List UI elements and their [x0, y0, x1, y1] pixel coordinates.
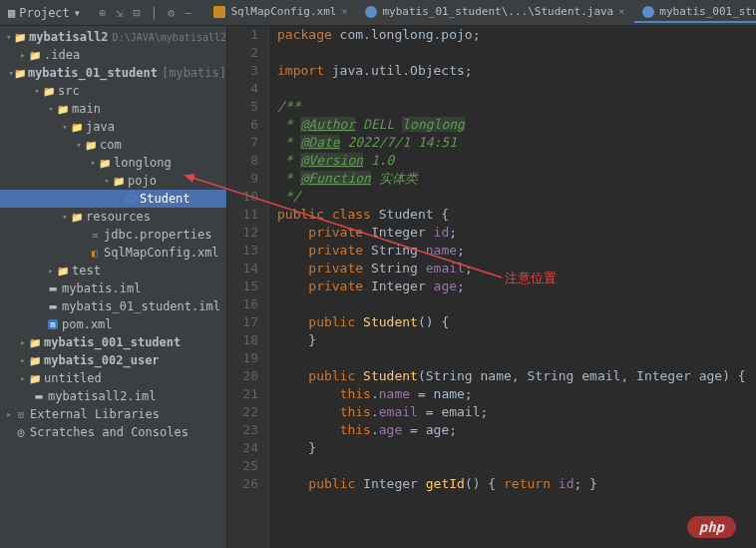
- iml-icon: ▬: [46, 299, 60, 313]
- tree-item-java[interactable]: ▾ java: [0, 118, 226, 136]
- code-line[interactable]: private String name;: [277, 242, 756, 260]
- code-line[interactable]: private Integer age;: [277, 277, 756, 295]
- folder-icon: [56, 104, 70, 115]
- line-number: 9: [227, 170, 258, 188]
- maven-icon: [46, 319, 60, 329]
- code-line[interactable]: private Integer id;: [277, 224, 756, 242]
- code-line[interactable]: [277, 295, 756, 313]
- project-toolbar: ⊕ ⇲ ⊟ | ⚙ —: [89, 6, 201, 20]
- code-line[interactable]: }: [277, 439, 756, 457]
- line-number: 17: [227, 313, 258, 331]
- project-icon: ▦: [8, 6, 15, 20]
- folder-icon: [14, 68, 26, 79]
- tree-item-jdbc[interactable]: jdbc.properties: [0, 226, 226, 244]
- code-line[interactable]: public Integer getId() { return id; }: [277, 475, 756, 493]
- tree-item-pojo[interactable]: ▾ pojo: [0, 172, 226, 190]
- code-line[interactable]: [277, 457, 756, 475]
- xml-icon: [88, 248, 102, 259]
- folder-icon: [28, 50, 42, 61]
- tree-item-idea[interactable]: ▸ .idea: [0, 46, 226, 64]
- code-line[interactable]: [277, 80, 756, 98]
- tree-item-test[interactable]: ▸ test: [0, 262, 226, 279]
- folder-icon: [28, 355, 42, 366]
- line-number: 18: [227, 331, 258, 349]
- tree-item-untitled[interactable]: ▸ untitled: [0, 369, 226, 387]
- code-line[interactable]: this.age = age;: [277, 421, 756, 439]
- project-selector[interactable]: ▦ Project ▾: [0, 6, 89, 20]
- code-line[interactable]: * @Function 实体类: [277, 170, 756, 188]
- resources-folder-icon: [70, 212, 84, 223]
- code-line[interactable]: [277, 349, 756, 367]
- library-icon: [14, 409, 28, 420]
- line-number: 10: [227, 188, 258, 206]
- collapse-icon[interactable]: ⊟: [134, 6, 141, 20]
- editor-tab[interactable]: mybatis_001_student\...\Student.java×: [634, 2, 756, 23]
- tree-item-mybatisall2-iml[interactable]: ▬ mybatisall2.iml: [0, 387, 226, 405]
- tree-item-mybatis001[interactable]: ▸ mybatis_001_student: [0, 333, 226, 351]
- code-line[interactable]: * @Version 1.0: [277, 152, 756, 170]
- code-line[interactable]: * @Author DELL longlong: [277, 116, 756, 134]
- tree-item-mybatis01[interactable]: ▾ mybatis_01_student [mybatis]: [0, 64, 226, 82]
- tree-item-src[interactable]: ▾ src: [0, 82, 226, 100]
- tree-item-student[interactable]: Student: [0, 190, 226, 208]
- tree-item-resources[interactable]: ▾ resources: [0, 208, 226, 226]
- line-number: 5: [227, 98, 258, 116]
- main-area: ▾ mybatisall2 D:\JAVA\mybatisall2 ▸ .ide…: [0, 26, 756, 548]
- line-number: 22: [227, 403, 258, 421]
- java-file-icon: [642, 6, 654, 18]
- chevron-down-icon: ▾: [74, 6, 81, 20]
- tree-item-external-libraries[interactable]: ▸ External Libraries: [0, 405, 226, 423]
- code-line[interactable]: import java.util.Objects;: [277, 62, 756, 80]
- tree-item-mybatis-iml[interactable]: ▬ mybatis.iml: [0, 279, 226, 297]
- line-number: 19: [227, 349, 258, 367]
- tree-item-com[interactable]: ▾ com: [0, 136, 226, 154]
- tree-root[interactable]: ▾ mybatisall2 D:\JAVA\mybatisall2: [0, 28, 226, 46]
- tab-label: mybatis_001_student\...\Student.java: [659, 5, 756, 18]
- code-line[interactable]: this.name = name;: [277, 385, 756, 403]
- code-body[interactable]: package com.longlong.pojo;import java.ut…: [269, 26, 756, 548]
- code-line[interactable]: private String email;: [277, 260, 756, 277]
- watermark-badge: php: [687, 516, 736, 538]
- tree-item-sqlmap[interactable]: SqlMapConfig.xml: [0, 244, 226, 262]
- tree-item-pom[interactable]: pom.xml: [0, 315, 226, 333]
- code-line[interactable]: */: [277, 188, 756, 206]
- line-number: 3: [227, 62, 258, 80]
- line-gutter: 1234567891011121314151617181920212223242…: [227, 26, 269, 548]
- code-line[interactable]: [277, 44, 756, 62]
- divider: |: [151, 6, 158, 20]
- line-number: 20: [227, 367, 258, 385]
- expand-icon[interactable]: ⇲: [116, 6, 123, 20]
- select-file-icon[interactable]: ⊕: [99, 6, 106, 20]
- line-number: 4: [227, 80, 258, 98]
- top-bar: ▦ Project ▾ ⊕ ⇲ ⊟ | ⚙ — SqlMapConfig.xml…: [0, 0, 756, 26]
- folder-icon: [56, 266, 70, 276]
- tree-item-scratches[interactable]: ◎ Scratches and Consoles: [0, 423, 226, 441]
- code-line[interactable]: public Student() {: [277, 313, 756, 331]
- code-editor[interactable]: 1234567891011121314151617181920212223242…: [227, 26, 756, 548]
- line-number: 8: [227, 152, 258, 170]
- tree-item-longlong[interactable]: ▾ longlong: [0, 154, 226, 172]
- line-number: 21: [227, 385, 258, 403]
- iml-icon: ▬: [46, 281, 60, 295]
- code-line[interactable]: package com.longlong.pojo;: [277, 26, 756, 44]
- editor-tabs: SqlMapConfig.xml×mybatis_01_student\...\…: [201, 2, 756, 23]
- gear-icon[interactable]: ⚙: [168, 6, 175, 20]
- code-line[interactable]: }: [277, 331, 756, 349]
- hide-icon[interactable]: —: [185, 6, 191, 20]
- tree-item-mybatis01-iml[interactable]: ▬ mybatis_01_student.iml: [0, 297, 226, 315]
- project-label: Project: [19, 6, 70, 20]
- editor-tab[interactable]: mybatis_01_student\...\Student.java×: [357, 2, 632, 23]
- code-line[interactable]: public Student(String name, String email…: [277, 367, 756, 385]
- code-line[interactable]: this.email = email;: [277, 403, 756, 421]
- line-number: 1: [227, 26, 258, 44]
- editor-tab[interactable]: SqlMapConfig.xml×: [205, 2, 355, 23]
- code-line[interactable]: /**: [277, 98, 756, 116]
- close-icon[interactable]: ×: [341, 6, 347, 17]
- tree-item-main[interactable]: ▾ main: [0, 100, 226, 118]
- code-line[interactable]: * @Date 2022/7/1 14:51: [277, 134, 756, 152]
- package-icon: [98, 158, 112, 169]
- code-line[interactable]: public class Student {: [277, 206, 756, 224]
- folder-icon: [42, 86, 56, 97]
- close-icon[interactable]: ×: [618, 6, 624, 17]
- tree-item-mybatis002[interactable]: ▸ mybatis_002_user: [0, 351, 226, 369]
